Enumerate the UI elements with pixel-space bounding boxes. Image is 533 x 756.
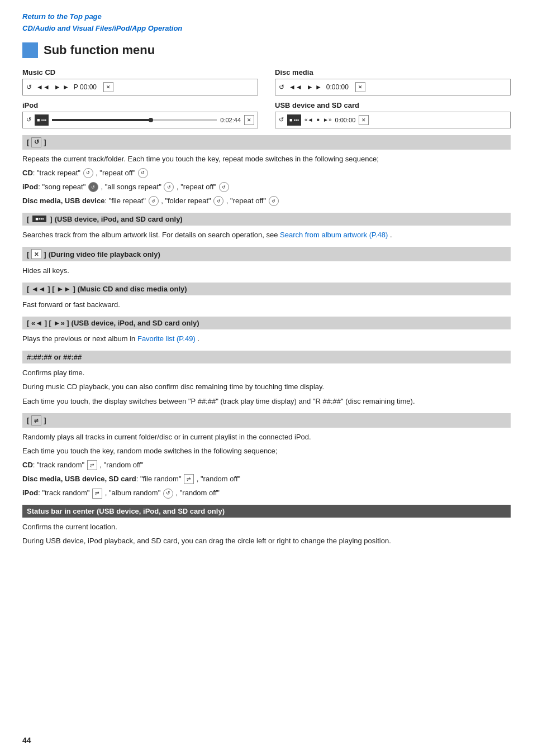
repeat-bracket-icon: [ — [27, 138, 29, 146]
ipod-time: 0:02:44 — [220, 117, 241, 123]
ffwd-btn[interactable]: ► ► — [54, 83, 69, 91]
status-section-header: Status bar in center (USB device, iPod, … — [22, 505, 511, 518]
album-desc: Searches track from the album artwork li… — [22, 229, 511, 241]
repeat-cd-bold: CD — [22, 169, 33, 177]
return-top-link[interactable]: Return to the Top page — [22, 11, 511, 23]
nav-desc-text: Plays the previous or next album in — [22, 334, 135, 343]
repeat-icon-ipod: ↺ — [26, 116, 31, 123]
shuffle-ipod-bold: iPod — [22, 489, 38, 497]
album-desc-end: . — [390, 231, 392, 239]
nav-desc: Plays the previous or next album in Favo… — [22, 333, 511, 345]
time-header-text: #:##:## or ##:## — [27, 353, 82, 361]
status-desc2: During USB device, iPod playback, and SD… — [22, 535, 511, 547]
repeat-icon: ↺ — [26, 83, 32, 91]
ipod-section: iPod ↺ ■▪▪▪ 0:02:44 ✕ — [22, 101, 258, 128]
time-desc1: Confirms play time. — [22, 367, 511, 379]
music-cd-section: Music CD ↺ ◄◄ ► ► P 00:00 ✕ — [22, 68, 258, 95]
ffrew-section-content: Fast forward or fast backward. — [22, 299, 511, 311]
usb-time: 0:00:00 — [335, 117, 356, 123]
ffrew-header-text: (Music CD and disc media only) — [78, 285, 187, 293]
next-album-btn[interactable]: ►» — [323, 117, 331, 123]
shuffle-cd-bold: CD — [22, 461, 33, 469]
usb-album-art-icon: ■▪▪▪ — [287, 114, 301, 126]
usb-bar[interactable]: ↺ ■▪▪▪ «◄ • ►» 0:00:00 ✕ — [275, 112, 511, 128]
usb-section: USB device and SD card ↺ ■▪▪▪ «◄ • ►» 0:… — [275, 101, 511, 128]
shuffle-cd-icon: ⇌ — [87, 460, 97, 470]
time-section-header: #:##:## or ##:## — [22, 351, 511, 363]
repeat-cd-end: , "repeat off" — [96, 169, 137, 177]
status-header-text: Status bar in center (USB device, iPod, … — [27, 507, 225, 515]
repeat-ipod-line: iPod: "song repeat" ↺ , "all songs repea… — [22, 181, 511, 193]
shuffle-section-content: Randomly plays all tracks in current fol… — [22, 431, 511, 499]
repeat-disc-bold: Disc media, USB device — [22, 197, 104, 205]
music-cd-bar[interactable]: ↺ ◄◄ ► ► P 00:00 ✕ — [22, 79, 258, 95]
ffwd-btn-disc[interactable]: ► ► — [307, 83, 322, 91]
top-links: Return to the Top page CD/Audio and Visu… — [22, 11, 511, 35]
repeat-ipod-bold: iPod — [22, 183, 38, 191]
shuffle-icon-usb: ✕ — [359, 115, 369, 125]
video-section-header: [ ✕ ] (During video file playback only) — [22, 247, 511, 261]
repeat-section-content: Repeats the current track/folder. Each t… — [22, 153, 511, 207]
album-art-icon: ■▪▪▪ — [35, 114, 49, 126]
album-desc-text: Searches track from the album artwork li… — [22, 231, 278, 239]
shuffle-disc-bold: Disc media, USB device, SD card — [22, 475, 136, 483]
shuffle-icon-cd: ✕ — [103, 82, 113, 92]
page-number: 44 — [22, 736, 31, 745]
album-art-header-icon: ■▪▪▪ — [32, 216, 46, 222]
video-x-icon: ✕ — [31, 249, 41, 259]
video-desc: Hides all keys. — [22, 265, 511, 277]
page-title: Sub function menu — [44, 43, 155, 58]
device-grid: Music CD ↺ ◄◄ ► ► P 00:00 ✕ Disc media ↺… — [22, 68, 511, 128]
repeat-disc-line: Disc media, USB device: "file repeat" ↺ … — [22, 195, 511, 207]
shuffle-disc-icon: ⇌ — [184, 474, 194, 484]
status-desc1: Confirms the current location. — [22, 521, 511, 533]
repeat-ipod-icon2: ↺ — [164, 182, 174, 192]
ipod-label: iPod — [22, 101, 258, 109]
shuffle-icon-disc: ✕ — [355, 82, 365, 92]
ipod-progress[interactable] — [52, 119, 217, 121]
disc-media-bar[interactable]: ↺ ◄◄ ► ► 0:00:00 ✕ — [275, 79, 511, 95]
time-desc2: During music CD playback, you can also c… — [22, 381, 511, 393]
nav-header-text: (USB device, iPod, and SD card only) — [72, 319, 199, 327]
ffrew-section-header: [ ◄◄ ] [ ►► ] (Music CD and disc media o… — [22, 283, 511, 295]
music-cd-label: Music CD — [22, 68, 258, 76]
repeat-ipod-icon1: ↺ — [88, 182, 98, 192]
repeat-section-header: [ ↺ ] — [22, 135, 511, 150]
repeat-disc-icon2: ↺ — [213, 196, 223, 206]
disc-media-section: Disc media ↺ ◄◄ ► ► 0:00:00 ✕ — [275, 68, 511, 95]
repeat-disc-icon1: ↺ — [149, 196, 159, 206]
nav-link[interactable]: Favorite list (P.49) — [137, 334, 196, 343]
cd-audio-link[interactable]: CD/Audio and Visual Files/iPod/App Opera… — [22, 23, 511, 35]
repeat-desc1: Repeats the current track/folder. Each t… — [22, 153, 511, 165]
repeat-cd-line: CD: "track repeat" ↺ , "repeat off" ↺ — [22, 167, 511, 179]
shuffle-section-header: [ ⇌ ] — [22, 413, 511, 428]
shuffle-icon-header: ⇌ — [31, 415, 41, 425]
ffrew-desc: Fast forward or fast backward. — [22, 299, 511, 311]
repeat-bracket-close: ] — [44, 138, 46, 146]
video-header-text: (During video file playback only) — [49, 250, 160, 259]
repeat-cd-off-icon: ↺ — [138, 168, 148, 178]
video-section-content: Hides all keys. — [22, 265, 511, 277]
title-icon — [22, 42, 38, 58]
nav-section-header: [ «◄ ] [ ►» ] (USB device, iPod, and SD … — [22, 317, 511, 329]
shuffle-ipod-icon1: ⇌ — [92, 489, 102, 499]
time-desc3: Each time you touch, the display switche… — [22, 395, 511, 408]
rewind-btn[interactable]: ◄◄ — [36, 83, 50, 91]
nav-desc-end: . — [197, 334, 199, 343]
prev-album-btn[interactable]: «◄ — [304, 117, 313, 123]
shuffle-desc1: Randomly plays all tracks in current fol… — [22, 431, 511, 443]
repeat-icon-usb: ↺ — [279, 116, 284, 123]
music-cd-time: P 00:00 — [74, 83, 97, 91]
shuffle-cd-line: CD: "track random" ⇌ , "random off" — [22, 459, 511, 471]
shuffle-disc-line: Disc media, USB device, SD card: "file r… — [22, 473, 511, 485]
shuffle-desc2: Each time you touch the key, random mode… — [22, 445, 511, 457]
shuffle-ipod-line: iPod: "track random" ⇌ , "album random" … — [22, 487, 511, 499]
usb-label: USB device and SD card — [275, 101, 511, 109]
repeat-ipod-icon3: ↺ — [219, 182, 229, 192]
repeat-icon-disc: ↺ — [279, 83, 284, 91]
ipod-bar[interactable]: ↺ ■▪▪▪ 0:02:44 ✕ — [22, 112, 258, 128]
shuffle-ipod-icon2: ↺ — [163, 489, 173, 499]
rewind-btn-disc[interactable]: ◄◄ — [289, 83, 302, 91]
repeat-symbol-icon: ↺ — [31, 137, 41, 147]
album-link[interactable]: Search from album artwork (P.48) — [280, 231, 388, 239]
